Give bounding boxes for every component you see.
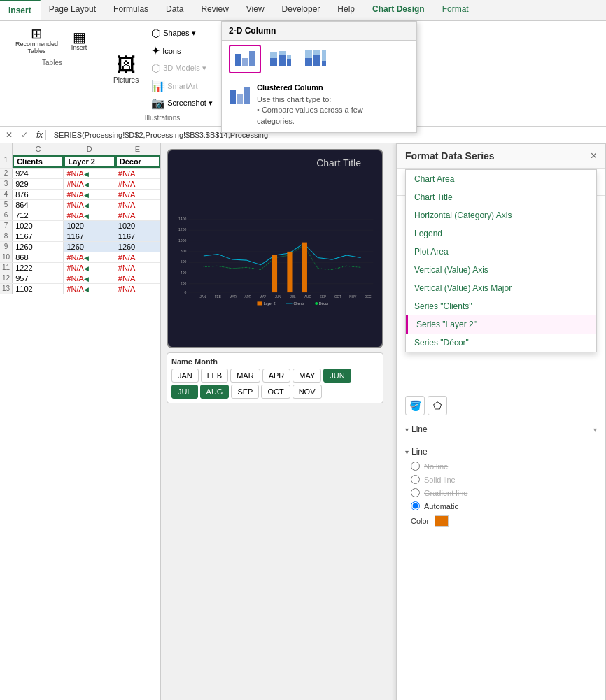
month-oct[interactable]: OCT — [261, 385, 290, 399]
cell-r13-c[interactable]: 1102 — [13, 284, 64, 294]
100pct-stacked-icon-btn[interactable] — [299, 45, 331, 73]
cell-r4-d[interactable]: #N/A◀ — [64, 190, 115, 199]
dropdown-item-series-clients[interactable]: Series "Clients" — [406, 297, 596, 315]
tab-page-layout[interactable]: Page Layout — [41, 0, 105, 20]
dropdown-item-series-layer2[interactable]: Series "Layer 2" — [406, 315, 596, 334]
cell-r7-e[interactable]: 1020 — [115, 221, 160, 231]
solid-line-radio[interactable] — [411, 475, 420, 484]
cell-r4-c[interactable]: 876 — [13, 190, 64, 199]
cell-r3-e[interactable]: #N/A — [115, 179, 160, 189]
cell-r6-e[interactable]: #N/A — [115, 210, 160, 220]
month-feb[interactable]: FEB — [201, 369, 228, 383]
dropdown-item-vertical-axis[interactable]: Vertical (Value) Axis — [406, 261, 596, 279]
dropdown-item-plot-area[interactable]: Plot Area — [406, 243, 596, 261]
icons-button[interactable]: ✦ Icons — [147, 43, 217, 59]
cell-r5-c[interactable]: 864 — [13, 200, 64, 210]
cell-layer2-header[interactable]: Layer 2 — [64, 155, 115, 168]
svg-text:SEP: SEP — [320, 295, 326, 299]
svg-text:NOV: NOV — [349, 295, 357, 299]
cell-r13-e[interactable]: #N/A — [115, 284, 160, 294]
cell-r6-c[interactable]: 712 — [13, 210, 64, 220]
dropdown-item-horizontal-axis[interactable]: Horizontal (Category) Axis — [406, 206, 596, 224]
automatic-radio[interactable] — [411, 501, 420, 510]
chart-box[interactable]: Chart Title 1400 1200 1000 800 600 400 2… — [167, 149, 383, 348]
dropdown-item-chart-area[interactable]: Chart Area — [406, 170, 596, 188]
cell-r10-e[interactable]: #N/A — [115, 252, 160, 262]
cell-r11-d[interactable]: #N/A◀ — [64, 263, 115, 273]
cell-r2-e[interactable]: #N/A — [115, 169, 160, 178]
tab-developer[interactable]: Developer — [274, 0, 330, 20]
cell-r2-d[interactable]: #N/A◀ — [64, 169, 115, 178]
recommended-tables-button[interactable]: ⊞ RecommendedTables — [11, 25, 62, 56]
tables-group-content: ⊞ RecommendedTables ▦ Insert — [11, 25, 93, 56]
formula-accept-button[interactable]: ✓ — [18, 130, 31, 140]
cell-r6-d[interactable]: #N/A◀ — [64, 210, 115, 220]
cell-r12-c[interactable]: 957 — [13, 273, 64, 283]
cell-r5-e[interactable]: #N/A — [115, 200, 160, 210]
svg-text:200: 200 — [181, 281, 187, 285]
fx-label[interactable]: fx — [34, 130, 46, 140]
paint-bucket-icon-btn[interactable]: 🪣 — [405, 396, 425, 415]
no-line-radio[interactable] — [411, 462, 420, 471]
cell-r12-d[interactable]: #N/A◀ — [64, 273, 115, 283]
month-sep[interactable]: SEP — [231, 385, 259, 399]
tab-insert[interactable]: Insert — [0, 0, 41, 20]
cell-r3-c[interactable]: 929 — [13, 179, 64, 189]
cell-r12-e[interactable]: #N/A — [115, 273, 160, 283]
stacked-column-icon-btn[interactable] — [264, 45, 296, 73]
month-mar[interactable]: MAR — [230, 369, 260, 383]
smartart-button[interactable]: 📊 SmartArt — [147, 78, 217, 94]
cell-r4-e[interactable]: #N/A — [115, 190, 160, 199]
month-jan[interactable]: JAN — [171, 369, 199, 383]
tab-data[interactable]: Data — [157, 0, 192, 20]
tab-format[interactable]: Format — [434, 0, 478, 20]
month-apr[interactable]: APR — [262, 369, 291, 383]
cell-r9-c[interactable]: 1260 — [13, 242, 64, 252]
month-aug[interactable]: AUG — [200, 385, 230, 399]
cell-r11-e[interactable]: #N/A — [115, 263, 160, 273]
pictures-button[interactable]: 🖼 Pictures — [108, 50, 144, 87]
tab-review[interactable]: Review — [192, 0, 237, 20]
tab-formulas[interactable]: Formulas — [105, 0, 157, 20]
cell-r8-e[interactable]: 1167 — [115, 231, 160, 241]
month-jun[interactable]: JUN — [323, 369, 351, 383]
3d-models-button[interactable]: ⬡ 3D Models ▾ — [147, 60, 217, 76]
cell-decor-header[interactable]: Décor — [115, 155, 160, 168]
dropdown-item-series-decor[interactable]: Series "Décor" — [406, 334, 596, 352]
cell-r10-c[interactable]: 868 — [13, 252, 64, 262]
format-panel-close-button[interactable]: × — [591, 150, 597, 162]
month-jul[interactable]: JUL — [171, 385, 198, 399]
cell-r9-e[interactable]: 1260 — [115, 242, 160, 252]
line-section-header[interactable]: ▾ Line ▾ — [397, 420, 605, 438]
cell-r8-c[interactable]: 1167 — [13, 231, 64, 241]
pentagon-icon-btn[interactable]: ⬠ — [428, 396, 447, 415]
cell-r3-d[interactable]: #N/A◀ — [64, 179, 115, 189]
cell-r5-d[interactable]: #N/A◀ — [64, 200, 115, 210]
cell-r2-c[interactable]: 924 — [13, 169, 64, 178]
cell-r13-d[interactable]: #N/A◀ — [64, 284, 115, 294]
tab-help[interactable]: Help — [329, 0, 364, 20]
screenshot-button[interactable]: 📷 Screenshot ▾ — [147, 95, 217, 111]
cell-r9-d[interactable]: 1260 — [64, 242, 115, 252]
cell-r10-d[interactable]: #N/A◀ — [64, 252, 115, 262]
line-sub-header[interactable]: ▾ Line — [405, 444, 597, 459]
cell-clients-header[interactable]: Clients — [13, 155, 64, 168]
clustered-column-icon-btn[interactable] — [229, 45, 261, 73]
gradient-line-radio[interactable] — [411, 488, 420, 497]
month-nov[interactable]: NOV — [293, 385, 322, 399]
dropdown-item-vertical-axis-major[interactable]: Vertical (Value) Axis Major — [406, 279, 596, 297]
cell-r11-c[interactable]: 1222 — [13, 263, 64, 273]
table-button[interactable]: ▦ Insert — [65, 29, 93, 52]
month-may[interactable]: MAY — [293, 369, 321, 383]
cell-r7-d[interactable]: 1020 — [64, 221, 115, 231]
tab-chart-design[interactable]: Chart Design — [364, 0, 434, 20]
formula-cancel-button[interactable]: ✕ — [3, 130, 15, 140]
dropdown-item-legend[interactable]: Legend — [406, 224, 596, 243]
dropdown-item-chart-title[interactable]: Chart Title — [406, 188, 596, 206]
shapes-button[interactable]: ⬡ Shapes ▾ — [147, 25, 217, 41]
cell-r8-d[interactable]: 1167 — [64, 231, 115, 241]
color-swatch[interactable] — [435, 515, 449, 527]
tab-view[interactable]: View — [238, 0, 274, 20]
svg-text:1400: 1400 — [178, 217, 186, 221]
cell-r7-c[interactable]: 1020 — [13, 221, 64, 231]
